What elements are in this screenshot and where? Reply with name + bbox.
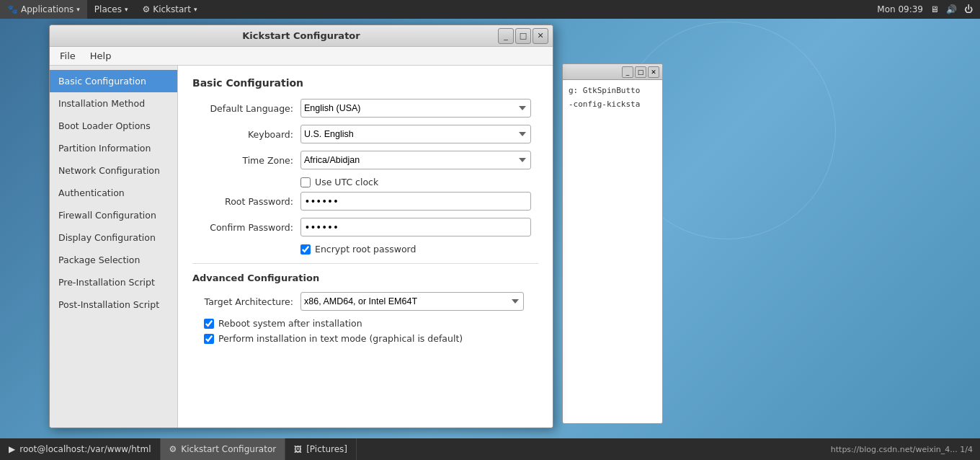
sidebar-item-network[interactable]: Network Configuration [50,159,177,182]
sidebar-item-install[interactable]: Installation Method [50,92,177,115]
app-menu[interactable]: ⚙ Kickstart ▾ [135,0,205,19]
target-arch-label: Target Architecture: [192,296,293,307]
default-language-label: Default Language: [192,103,293,114]
power-icon[interactable]: ⏻ [964,4,973,14]
kickstart-configurator-window: Kickstart Configurator _ □ ✕ File Help B… [49,25,553,428]
chevron-down-icon: ▾ [194,6,197,13]
section-title-basic: Basic Configuration [192,77,538,89]
encrypt-label: Encrypt root password [315,244,416,255]
bg-line-2: -config-kicksta [569,99,656,109]
minimize-button[interactable]: _ [498,28,514,44]
timezone-label: Time Zone: [192,155,293,166]
monitor-icon[interactable]: 🖥 [930,4,939,14]
sidebar-item-bootloader[interactable]: Boot Loader Options [50,115,177,137]
root-password-input[interactable] [300,192,531,211]
text-mode-checkbox[interactable] [204,334,214,344]
window-title: Kickstart Configurator [242,30,360,41]
chevron-down-icon: ▾ [76,6,80,13]
help-menu[interactable]: Help [84,48,117,63]
target-arch-select[interactable]: x86, AMD64, or Intel EM64T x86 AMD64 [300,292,524,311]
sidebar-item-auth[interactable]: Authentication [50,182,177,204]
taskbar-bottom-right-text: https://blog.csdn.net/weixin_4... 1/4 [831,445,980,454]
speaker-icon[interactable]: 🔊 [946,4,957,14]
taskbar-kickstart[interactable]: ⚙ Kickstart Configurator [161,438,286,460]
utc-clock-checkbox[interactable] [300,177,311,187]
bg-close-btn[interactable]: ✕ [648,66,659,78]
window-titlebar: Kickstart Configurator _ □ ✕ [50,25,553,47]
sidebar-item-partition[interactable]: Partition Information [50,137,177,159]
keyboard-row: Keyboard: U.S. English U.S. Internationa… [192,125,538,143]
reboot-label: Reboot system after installation [218,318,362,329]
sidebar-item-postinstall[interactable]: Post-Installation Script [50,293,177,316]
taskbar-bottom: ▶ root@localhost:/var/www/html ⚙ Kicksta… [0,438,980,460]
app-icon: ⚙ [143,4,151,14]
bg-window-content: g: GtkSpinButto -config-kicksta [563,80,662,115]
system-tray: Mon 09:39 🖥 🔊 ⏻ [877,4,980,14]
places-menu[interactable]: Places ▾ [87,0,135,19]
bg-window-titlebar: _ □ ✕ [563,64,662,80]
background-window: _ □ ✕ g: GtkSpinButto -config-kicksta [562,63,663,424]
file-menu[interactable]: File [54,48,81,63]
confirm-password-label: Confirm Password: [192,222,293,233]
content-area: Basic Configuration Default Language: En… [178,66,553,428]
sidebar-item-packages[interactable]: Package Selection [50,249,177,271]
encrypt-checkbox[interactable] [300,244,311,255]
encrypt-row: Encrypt root password [300,244,538,255]
root-password-row: Root Password: [192,192,538,211]
section-title-advanced: Advanced Configuration [192,273,538,283]
menubar: File Help [50,47,553,66]
close-button[interactable]: ✕ [533,28,548,44]
sidebar-item-basic[interactable]: Basic Configuration [50,70,177,92]
window-controls: _ □ ✕ [498,28,548,44]
taskbar-terminal[interactable]: ▶ root@localhost:/var/www/html [0,438,161,460]
bg-minimize-btn[interactable]: _ [622,66,633,78]
gnome-icon: 🐾 [7,4,18,14]
timezone-select[interactable]: Africa/Abidjan Africa/Accra America/New_… [300,151,531,169]
maximize-button[interactable]: □ [515,28,531,44]
default-language-row: Default Language: English (USA) French G… [192,99,538,118]
confirm-password-input[interactable] [300,218,531,236]
chevron-down-icon: ▾ [125,6,128,13]
applications-menu[interactable]: 🐾 Applications ▾ [0,0,87,19]
divider [192,263,538,264]
bg-line-1: g: GtkSpinButto [569,86,656,95]
window-body: Basic Configuration Installation Method … [50,66,553,428]
default-language-select[interactable]: English (USA) French German [300,99,531,118]
bg-maximize-btn[interactable]: □ [635,66,646,78]
text-mode-label: Perform installation in text mode (graph… [218,333,463,344]
ks-icon: ⚙ [169,444,177,454]
confirm-password-row: Confirm Password: [192,218,538,236]
text-mode-row: Perform installation in text mode (graph… [204,333,538,344]
keyboard-select[interactable]: U.S. English U.S. International French [300,125,531,143]
utc-clock-row: Use UTC clock [300,177,538,187]
utc-clock-label: Use UTC clock [315,177,378,187]
reboot-row: Reboot system after installation [204,318,538,329]
pictures-icon: 🖼 [294,445,302,454]
taskbar-top: 🐾 Applications ▾ Places ▾ ⚙ Kickstart ▾ … [0,0,980,19]
sidebar-item-firewall[interactable]: Firewall Configuration [50,204,177,226]
reboot-checkbox[interactable] [204,319,214,329]
clock: Mon 09:39 [877,4,923,14]
keyboard-label: Keyboard: [192,129,293,140]
sidebar-item-preinstall[interactable]: Pre-Installation Script [50,271,177,293]
taskbar-pictures[interactable]: 🖼 [Pictures] [285,438,357,460]
sidebar: Basic Configuration Installation Method … [50,66,178,428]
terminal-icon: ▶ [9,444,15,454]
timezone-row: Time Zone: Africa/Abidjan Africa/Accra A… [192,151,538,169]
root-password-label: Root Password: [192,196,293,207]
target-arch-row: Target Architecture: x86, AMD64, or Inte… [192,292,538,311]
sidebar-item-display[interactable]: Display Configuration [50,226,177,249]
